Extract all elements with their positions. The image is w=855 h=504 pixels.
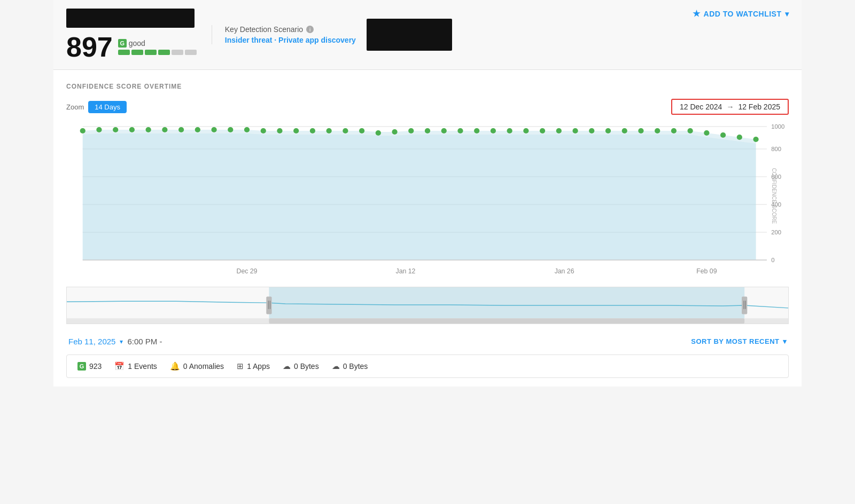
svg-point-58: [704, 130, 709, 136]
svg-point-22: [113, 127, 118, 132]
svg-point-61: [753, 137, 758, 142]
star-icon: ★: [693, 9, 701, 19]
navigator-container: [66, 287, 789, 324]
svg-point-30: [244, 127, 250, 132]
date-dropdown-icon[interactable]: ▾: [120, 338, 123, 345]
svg-text:Jan 26: Jan 26: [555, 267, 574, 275]
score-label-block: G good: [118, 39, 197, 55]
svg-point-21: [96, 127, 102, 132]
sort-dropdown-icon[interactable]: ▾: [783, 337, 787, 345]
chart-container: 0 200 400 600 800 1000 CONFIDENCE SCORE …: [66, 121, 789, 287]
date-selector: Feb 11, 2025 ▾ 6:00 PM -: [68, 337, 162, 346]
add-watchlist-button[interactable]: ★ ADD TO WATCHLIST ▾: [693, 9, 789, 19]
svg-text:1000: 1000: [771, 123, 784, 130]
events-header: Feb 11, 2025 ▾ 6:00 PM - SORT BY MOST RE…: [66, 337, 789, 346]
chart-controls: Zoom 14 Days 12 Dec 2024 → 12 Feb 2025: [66, 99, 789, 115]
events-date[interactable]: Feb 11, 2025: [68, 337, 115, 346]
svg-point-55: [655, 128, 660, 133]
key-detection-block: Key Detection Scenario i Insider threat …: [212, 25, 356, 44]
info-icon[interactable]: i: [306, 26, 314, 33]
svg-point-59: [720, 132, 726, 138]
key-detection-title-text: Key Detection Scenario: [225, 25, 303, 34]
svg-point-26: [178, 127, 184, 132]
svg-rect-67: [742, 296, 747, 314]
svg-point-24: [146, 127, 151, 132]
chart-section-title: CONFIDENCE SCORE OVERTIME: [66, 83, 789, 90]
svg-point-31: [261, 128, 266, 133]
svg-point-41: [425, 128, 430, 133]
add-watchlist-label: ADD TO WATCHLIST: [704, 10, 782, 18]
svg-point-50: [572, 128, 578, 133]
svg-text:CONFIDENCE SCORE: CONFIDENCE SCORE: [771, 168, 777, 224]
sort-control[interactable]: SORT BY MOST RECENT ▾: [691, 337, 787, 345]
svg-point-32: [277, 128, 282, 133]
svg-point-57: [688, 128, 693, 133]
apps-icon: ⊞: [237, 361, 244, 371]
watchlist-dropdown-icon[interactable]: ▾: [785, 10, 789, 18]
main-content: CONFIDENCE SCORE OVERTIME Zoom 14 Days 1…: [53, 70, 802, 387]
svg-point-60: [737, 135, 742, 140]
svg-text:800: 800: [771, 146, 781, 152]
svg-text:Jan 12: Jan 12: [396, 267, 416, 275]
svg-point-27: [195, 127, 200, 132]
svg-point-38: [376, 130, 381, 136]
svg-point-37: [359, 128, 364, 133]
score-block: 897 G good: [66, 33, 197, 61]
svg-point-43: [457, 128, 463, 133]
score-bars: [118, 50, 197, 55]
svg-point-34: [310, 128, 315, 133]
redacted-name-bar: [66, 9, 195, 28]
svg-point-33: [293, 128, 299, 133]
date-start: 12 Dec 2024: [680, 103, 722, 111]
good-badge: G good: [118, 39, 197, 48]
svg-point-20: [80, 128, 86, 133]
svg-point-56: [671, 128, 677, 133]
svg-marker-14: [83, 133, 756, 260]
score-bar-1: [118, 50, 130, 55]
cloud-upload-icon: ☁: [283, 361, 291, 371]
zoom-14days-button[interactable]: 14 Days: [88, 101, 127, 113]
good-label: good: [129, 39, 145, 48]
svg-point-36: [343, 128, 348, 133]
score-bar-4: [158, 50, 170, 55]
summary-g-badge: G: [77, 362, 86, 371]
svg-point-29: [228, 127, 233, 132]
summary-bytes1-item: ☁ 0 Bytes: [283, 361, 319, 371]
bell-icon: 🔔: [170, 361, 180, 371]
summary-score: 923: [89, 362, 102, 371]
key-detection-value: Insider threat · Private app discovery: [225, 36, 356, 44]
summary-anomalies-item: 🔔 0 Anomalies: [170, 361, 224, 371]
svg-point-49: [556, 128, 562, 133]
svg-point-48: [540, 128, 545, 133]
header-left: 897 G good: [66, 9, 452, 61]
events-time: 6:00 PM -: [127, 337, 162, 346]
svg-text:Dec 29: Dec 29: [237, 267, 258, 275]
svg-point-39: [392, 129, 397, 135]
score-bar-3: [145, 50, 157, 55]
svg-point-44: [474, 128, 479, 133]
summary-bar: G 923 📅 1 Events 🔔 0 Anomalies ⊞ 1 Apps …: [66, 355, 789, 378]
svg-point-25: [162, 127, 167, 132]
summary-score-item: G 923: [77, 362, 102, 371]
svg-text:Feb 09: Feb 09: [696, 267, 717, 275]
svg-point-23: [129, 127, 135, 132]
g-icon: G: [118, 39, 127, 48]
svg-point-45: [491, 128, 496, 133]
summary-apps: 1 Apps: [247, 362, 270, 371]
date-range-arrow-icon: →: [726, 103, 734, 111]
cloud-download-icon: ☁: [332, 361, 340, 371]
svg-text:0: 0: [771, 257, 774, 263]
score-bar-2: [131, 50, 143, 55]
header-section: 897 G good: [53, 0, 802, 70]
svg-rect-71: [269, 318, 744, 324]
redacted-center-image: [367, 19, 452, 51]
svg-text:200: 200: [771, 229, 781, 235]
score-bar-5: [172, 50, 183, 55]
page-wrapper: 897 G good: [53, 0, 802, 387]
zoom-controls: Zoom 14 Days: [66, 101, 127, 113]
date-range-box[interactable]: 12 Dec 2024 → 12 Feb 2025: [671, 99, 789, 115]
svg-point-53: [622, 128, 627, 133]
svg-point-52: [605, 128, 611, 133]
date-end: 12 Feb 2025: [738, 103, 780, 111]
svg-point-35: [327, 128, 332, 133]
